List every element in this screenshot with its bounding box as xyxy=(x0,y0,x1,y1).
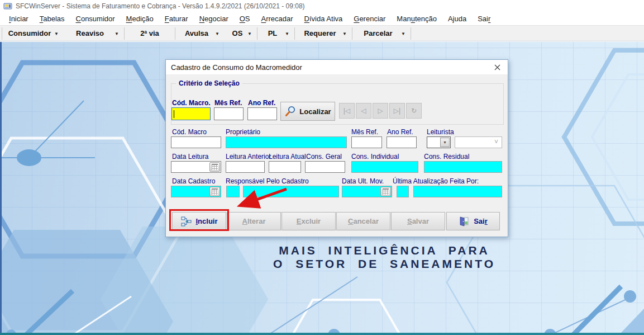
cancelar-button[interactable]: Cancelar xyxy=(336,212,390,230)
label-cons-residual: Cons. Residual xyxy=(424,153,469,161)
input-mes-ref[interactable] xyxy=(351,136,382,148)
sair-button[interactable]: Sair xyxy=(446,212,500,230)
label-proprietario: Proprietário xyxy=(226,128,260,136)
watermark-slogan: MAIS INTELIGÊNCIA PARA O SETOR DE SANEAM… xyxy=(250,244,518,271)
label-leiturista: Leiturista xyxy=(427,128,454,136)
dialog-close-button[interactable] xyxy=(486,60,508,74)
nav-first-button[interactable]: |◁ xyxy=(339,103,355,119)
label-mes-ref: Mês Ref. xyxy=(351,128,378,136)
label-cons-individual: Cons. Individual xyxy=(351,153,399,161)
dialog-cadastro-macromedidor: Cadastro de Consumo do Macromedidor Crit… xyxy=(165,59,508,237)
exit-door-icon xyxy=(459,216,470,227)
left-edge-strip xyxy=(0,42,2,333)
label-ultima-atualizacao: Última Atualização Feita Por: xyxy=(393,177,479,185)
input-ultima-atualizacao[interactable] xyxy=(413,186,502,197)
input-cons-geral[interactable] xyxy=(305,161,345,173)
calendar-icon[interactable] xyxy=(209,187,220,196)
nav-last-button[interactable]: ▷| xyxy=(389,103,405,119)
nav-last-icon: ▷| xyxy=(394,107,400,115)
label-ano-ref-search: Ano Ref. xyxy=(248,99,275,107)
nav-next-icon: ▷ xyxy=(378,107,383,115)
input-cons-residual[interactable] xyxy=(424,161,502,173)
input-responsavel-codigo[interactable] xyxy=(226,186,240,197)
input-data-ult-mov[interactable] xyxy=(342,186,392,197)
text-caret xyxy=(174,110,174,118)
localizar-label: Localizar xyxy=(299,107,331,116)
input-cons-individual[interactable] xyxy=(351,161,418,173)
chevron-down-icon: ˅ xyxy=(494,138,498,146)
incluir-button[interactable]: Incluir xyxy=(172,212,226,230)
application-window: SFCWinServer - Sistema de Faturamento e … xyxy=(0,0,644,335)
close-icon xyxy=(494,64,500,70)
dialog-titlebar[interactable]: Cadastro de Consumo do Macromedidor xyxy=(166,60,508,74)
alterar-button[interactable]: Alterar xyxy=(227,212,281,230)
combo-arrow-icon[interactable]: ▼ xyxy=(440,138,450,147)
localizar-button[interactable]: Localizar xyxy=(280,102,335,121)
search-icon xyxy=(284,105,297,117)
label-cons-geral: Cons. Geral xyxy=(306,153,342,161)
label-data-cadastro: Data Cadastro xyxy=(172,177,215,185)
input-leitura-anterior[interactable] xyxy=(226,161,265,173)
input-cod-macro[interactable] xyxy=(171,136,221,148)
label-data-leitura: Data Leitura xyxy=(172,153,208,161)
refresh-icon: ↻ xyxy=(411,107,417,115)
input-atualizacao-codigo[interactable] xyxy=(397,186,409,197)
label-cod-macro: Cód. Macro xyxy=(172,128,207,136)
label-data-ult-mov: Data Ult. Mov. xyxy=(342,177,384,185)
dialog-title: Cadastro de Consumo do Macromedidor xyxy=(166,63,302,72)
label-cod-macro-search: Cód. Macro. xyxy=(172,99,211,107)
label-leitura-atual: Leitura Atual xyxy=(269,153,306,161)
input-responsavel-cadastro[interactable] xyxy=(243,186,339,197)
nav-prev-button[interactable]: ◁ xyxy=(356,103,371,119)
label-mes-ref-search: Mês Ref. xyxy=(214,99,242,107)
excluir-button[interactable]: Excluir xyxy=(282,212,336,230)
watermark-line1: MAIS INTELIGÊNCIA PARA xyxy=(250,244,518,257)
incluir-icon xyxy=(180,216,192,227)
nav-first-icon: |◁ xyxy=(344,107,350,115)
input-data-cadastro[interactable] xyxy=(171,186,221,197)
input-data-leitura[interactable] xyxy=(171,161,221,173)
alterar-label: Alterar xyxy=(242,217,266,225)
nav-prev-icon: ◁ xyxy=(361,107,366,115)
input-cod-macro-search[interactable] xyxy=(171,107,211,120)
nav-next-button[interactable]: ▷ xyxy=(373,103,388,119)
input-mes-ref-search[interactable] xyxy=(214,107,244,120)
bottom-edge-strip xyxy=(0,333,644,335)
groupbox-title: Critério de Seleção xyxy=(176,79,242,87)
sair-label: Sair xyxy=(474,217,488,225)
input-ano-ref[interactable] xyxy=(387,136,417,148)
excluir-label: Excluir xyxy=(297,217,321,225)
input-ano-ref-search[interactable] xyxy=(247,107,277,120)
combo-leiturista-name[interactable]: ˅ xyxy=(455,136,502,148)
label-ano-ref: Ano Ref. xyxy=(387,128,413,136)
watermark-line2: O SETOR DE SANEAMENTO xyxy=(250,257,518,271)
input-leitura-atual[interactable] xyxy=(269,161,301,173)
label-leitura-anterior: Leitura Anterior xyxy=(226,153,271,161)
calendar-icon[interactable] xyxy=(380,187,391,196)
label-responsavel-cadastro: Responsável Pelo Cadastro xyxy=(226,177,309,185)
combo-leiturista-code[interactable]: ▼ xyxy=(427,136,451,148)
calendar-icon[interactable] xyxy=(209,162,220,172)
salvar-label: Salvar xyxy=(407,217,429,225)
cancelar-label: Cancelar xyxy=(348,217,379,225)
input-proprietario[interactable] xyxy=(226,136,347,148)
incluir-label: Incluir xyxy=(195,217,217,225)
nav-refresh-button[interactable]: ↻ xyxy=(406,103,422,119)
salvar-button[interactable]: Salvar xyxy=(391,212,445,230)
